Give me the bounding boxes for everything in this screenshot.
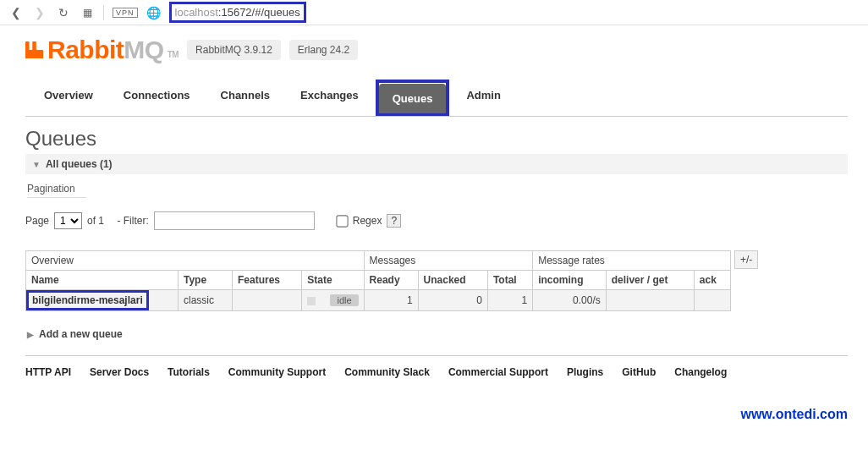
queue-name-link[interactable]: bilgilendirme-mesajlari <box>26 290 149 310</box>
globe-icon[interactable]: 🌐 <box>146 6 161 19</box>
url-bar[interactable]: localhost:15672/#/queues <box>175 6 300 19</box>
link-http-api[interactable]: HTTP API <box>25 366 71 378</box>
tab-connections[interactable]: Connections <box>110 80 204 117</box>
col-group-rates: Message rates <box>533 251 731 271</box>
rabbitmq-version: RabbitMQ 3.9.12 <box>187 40 281 60</box>
link-changelog[interactable]: Changelog <box>674 366 727 378</box>
erlang-version: Erlang 24.2 <box>289 40 358 60</box>
forward-icon[interactable]: ❯ <box>32 6 47 19</box>
chevron-down-icon: ▼ <box>32 160 41 169</box>
regex-label: Regex <box>353 215 382 227</box>
link-commercial-support[interactable]: Commercial Support <box>448 366 548 378</box>
tab-admin[interactable]: Admin <box>453 80 514 117</box>
col-incoming[interactable]: incoming <box>533 271 607 290</box>
tab-exchanges[interactable]: Exchanges <box>287 80 372 117</box>
footer-links: HTTP API Server Docs Tutorials Community… <box>25 355 848 388</box>
add-queue-label: Add a new queue <box>39 328 123 340</box>
queue-unacked: 0 <box>418 290 487 311</box>
tab-overview[interactable]: Overview <box>30 80 107 117</box>
queue-incoming: 0.00/s <box>533 290 607 311</box>
pagination-header: Pagination <box>27 183 86 198</box>
state-label: idle <box>330 294 358 306</box>
nav-tabs: Overview Connections Channels Exchanges … <box>25 80 848 117</box>
col-deliver[interactable]: deliver / get <box>606 271 694 290</box>
tab-queues[interactable]: Queues <box>379 84 447 113</box>
link-server-docs[interactable]: Server Docs <box>90 366 149 378</box>
col-total[interactable]: Total <box>487 271 532 290</box>
back-icon[interactable]: ❮ <box>8 6 24 19</box>
add-queue-section[interactable]: ▶ Add a new queue <box>27 328 848 340</box>
col-unacked[interactable]: Unacked <box>418 271 487 290</box>
link-community-support[interactable]: Community Support <box>228 366 326 378</box>
vpn-badge[interactable]: VPN <box>113 8 138 18</box>
columns-toggle[interactable]: +/- <box>734 250 758 269</box>
table-row: bilgilendirme-mesajlari classic idle 1 0… <box>26 290 731 311</box>
tab-queues-highlight: Queues <box>376 80 450 116</box>
queue-state: idle <box>302 290 364 311</box>
chevron-right-icon: ▶ <box>27 330 34 339</box>
queue-features <box>233 290 302 311</box>
page-content: RabbitMQTM RabbitMQ 3.9.12 Erlang 24.2 O… <box>0 25 868 397</box>
link-community-slack[interactable]: Community Slack <box>344 366 430 378</box>
queues-table: Overview Messages Message rates Name Typ… <box>25 250 731 311</box>
col-group-messages: Messages <box>364 251 533 271</box>
regex-help[interactable]: ? <box>387 214 401 228</box>
of-pages: of 1 <box>87 215 104 227</box>
all-queues-label: All queues (1) <box>46 158 113 170</box>
header-row: RabbitMQTM RabbitMQ 3.9.12 Erlang 24.2 <box>25 36 848 64</box>
link-github[interactable]: GitHub <box>622 366 656 378</box>
col-features[interactable]: Features <box>233 271 302 290</box>
col-ready[interactable]: Ready <box>364 271 418 290</box>
rabbitmq-logo[interactable]: RabbitMQTM <box>25 36 179 64</box>
url-host: localhost <box>175 6 218 19</box>
col-state[interactable]: State <box>302 271 364 290</box>
state-dot-icon <box>307 297 316 305</box>
browser-toolbar: ❮ ❯ ↻ ▦ VPN 🌐 localhost:15672/#/queues <box>0 0 868 25</box>
queue-ready: 1 <box>364 290 418 311</box>
rabbit-icon <box>25 40 44 60</box>
tab-channels[interactable]: Channels <box>207 80 284 117</box>
queue-total: 1 <box>487 290 532 311</box>
logo-rabbit: Rabbit <box>47 36 124 64</box>
apps-icon[interactable]: ▦ <box>80 7 95 19</box>
url-highlight: localhost:15672/#/queues <box>169 2 306 23</box>
queue-ack <box>694 290 730 311</box>
link-plugins[interactable]: Plugins <box>567 366 603 378</box>
page-title: Queues <box>25 127 848 151</box>
logo-tm: TM <box>168 50 179 59</box>
col-group-overview: Overview <box>26 251 365 271</box>
filter-input[interactable] <box>154 211 315 230</box>
url-path: /#/queues <box>252 6 300 19</box>
url-port: :15672 <box>218 6 252 19</box>
pagination-row: Page 1 of 1 - Filter: Regex ? <box>25 211 848 230</box>
logo-mq: MQ <box>124 36 163 64</box>
all-queues-section[interactable]: ▼ All queues (1) <box>25 154 848 174</box>
col-type[interactable]: Type <box>179 271 233 290</box>
reload-icon[interactable]: ↻ <box>56 6 71 19</box>
table-wrap: Overview Messages Message rates Name Typ… <box>25 250 848 320</box>
link-tutorials[interactable]: Tutorials <box>168 366 210 378</box>
col-ack[interactable]: ack <box>694 271 730 290</box>
page-select[interactable]: 1 <box>54 212 82 229</box>
regex-checkbox[interactable] <box>336 215 348 227</box>
watermark: www.ontedi.com <box>0 407 868 422</box>
col-name[interactable]: Name <box>26 271 179 290</box>
filter-label: - Filter: <box>117 215 148 227</box>
page-label: Page <box>25 215 49 227</box>
toolbar-separator <box>103 5 104 20</box>
queue-type: classic <box>179 290 233 311</box>
queue-deliver <box>606 290 694 311</box>
